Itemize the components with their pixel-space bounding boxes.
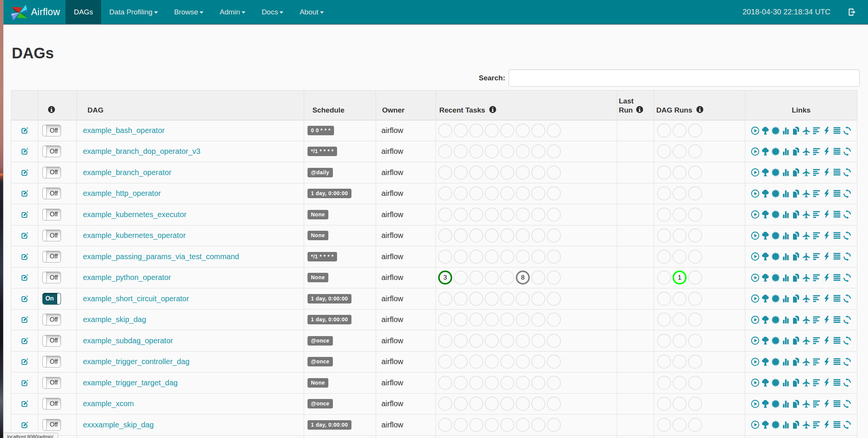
task-tries-icon[interactable]	[792, 189, 801, 198]
code-view-icon[interactable]	[822, 336, 831, 345]
trigger-dag-icon[interactable]	[751, 252, 760, 261]
task-state-circle[interactable]	[454, 124, 468, 138]
dag-link[interactable]: example_trigger_target_dag	[83, 379, 178, 387]
task-state-circle[interactable]	[516, 397, 530, 411]
edit-dag-icon[interactable]	[21, 316, 29, 324]
header-dag-runs[interactable]: DAG Runs	[654, 91, 745, 120]
task-state-circle[interactable]	[500, 292, 514, 306]
schedule-badge[interactable]: */1 * * * *	[308, 147, 337, 156]
refresh-icon[interactable]	[843, 231, 852, 240]
code-view-icon[interactable]	[822, 315, 831, 324]
logs-icon[interactable]	[832, 294, 841, 303]
task-state-circle[interactable]	[485, 313, 499, 327]
nav-item-about[interactable]: About	[292, 0, 332, 24]
logs-icon[interactable]	[832, 336, 841, 345]
schedule-badge[interactable]: None	[308, 378, 328, 388]
dag-run-state-circle[interactable]	[657, 166, 671, 180]
task-state-circle[interactable]	[438, 418, 452, 432]
task-state-circle[interactable]	[500, 250, 514, 264]
dag-run-state-circle[interactable]	[688, 250, 702, 264]
task-tries-icon[interactable]	[792, 294, 801, 303]
task-state-circle[interactable]	[547, 124, 561, 138]
task-state-circle[interactable]	[454, 418, 468, 432]
graph-view-icon[interactable]	[771, 126, 780, 135]
task-state-circle[interactable]	[531, 292, 545, 306]
code-view-icon[interactable]	[822, 399, 831, 408]
dag-link[interactable]: example_xcom	[83, 399, 134, 408]
gantt-icon[interactable]	[812, 273, 821, 282]
logs-icon[interactable]	[832, 231, 841, 240]
task-state-circle[interactable]	[516, 355, 530, 369]
task-tries-icon[interactable]	[792, 126, 801, 135]
task-state-circle[interactable]	[469, 313, 483, 327]
dag-link[interactable]: example_kubernetes_executor	[83, 210, 187, 219]
dag-pause-toggle[interactable]: Off	[42, 188, 61, 199]
dag-run-state-circle[interactable]	[673, 166, 687, 180]
gantt-icon[interactable]	[812, 336, 821, 345]
task-state-circle[interactable]	[485, 186, 499, 200]
schedule-badge[interactable]: @once	[308, 399, 333, 408]
task-state-circle[interactable]	[531, 228, 545, 242]
trigger-dag-icon[interactable]	[751, 378, 760, 387]
landing-times-icon[interactable]	[802, 420, 811, 429]
dag-pause-toggle[interactable]: Off	[42, 145, 61, 157]
tree-view-icon[interactable]	[761, 231, 770, 240]
dag-run-state-circle[interactable]	[688, 271, 702, 285]
gantt-icon[interactable]	[812, 420, 821, 429]
dag-run-state-circle[interactable]	[688, 313, 702, 327]
task-state-circle[interactable]	[500, 144, 514, 158]
task-state-circle[interactable]	[485, 124, 499, 138]
task-state-circle[interactable]	[438, 228, 452, 242]
dag-link[interactable]: example_python_operator	[83, 273, 171, 282]
dag-link[interactable]: example_trigger_controller_dag	[83, 357, 189, 366]
schedule-badge[interactable]: 1 day, 0:00:00	[308, 294, 351, 303]
task-state-circle[interactable]	[500, 376, 514, 390]
gantt-icon[interactable]	[812, 189, 821, 198]
trigger-dag-icon[interactable]	[751, 399, 760, 408]
code-view-icon[interactable]	[822, 126, 831, 135]
landing-times-icon[interactable]	[802, 252, 811, 261]
dag-pause-toggle[interactable]: Off	[42, 356, 61, 368]
dag-pause-toggle[interactable]: Off	[42, 251, 61, 263]
logs-icon[interactable]	[832, 315, 841, 324]
edit-dag-icon[interactable]	[21, 295, 29, 303]
task-state-circle[interactable]	[438, 124, 452, 138]
task-tries-icon[interactable]	[792, 273, 801, 282]
dag-pause-toggle[interactable]: Off	[42, 125, 61, 136]
task-state-circle[interactable]	[516, 313, 530, 327]
trigger-dag-icon[interactable]	[751, 147, 760, 156]
landing-times-icon[interactable]	[802, 147, 811, 156]
task-state-circle[interactable]	[547, 292, 561, 306]
task-state-circle[interactable]	[500, 271, 514, 285]
task-duration-icon[interactable]	[781, 399, 790, 408]
dag-run-state-circle[interactable]	[688, 376, 702, 390]
task-state-circle[interactable]	[500, 418, 514, 432]
header-owner[interactable]: Owner	[376, 91, 436, 120]
task-state-circle[interactable]	[531, 166, 545, 180]
landing-times-icon[interactable]	[802, 378, 811, 387]
task-state-circle[interactable]	[547, 376, 561, 390]
dag-pause-toggle[interactable]: Off	[42, 419, 61, 431]
dag-run-state-circle[interactable]	[657, 355, 671, 369]
nav-item-docs[interactable]: Docs	[253, 0, 291, 24]
dag-run-state-circle[interactable]	[688, 124, 702, 138]
refresh-icon[interactable]	[843, 189, 852, 198]
graph-view-icon[interactable]	[771, 399, 780, 408]
task-state-circle[interactable]	[485, 292, 499, 306]
landing-times-icon[interactable]	[802, 315, 811, 324]
task-state-circle[interactable]	[531, 313, 545, 327]
task-tries-icon[interactable]	[792, 357, 801, 366]
task-duration-icon[interactable]	[781, 189, 790, 198]
dag-run-state-circle[interactable]	[657, 186, 671, 200]
trigger-dag-icon[interactable]	[751, 126, 760, 135]
task-state-circle[interactable]	[454, 166, 468, 180]
task-duration-icon[interactable]	[781, 420, 790, 429]
refresh-icon[interactable]	[843, 210, 852, 219]
dag-pause-toggle[interactable]: Off	[42, 335, 61, 347]
code-view-icon[interactable]	[822, 231, 831, 240]
task-state-circle[interactable]	[547, 208, 561, 222]
tree-view-icon[interactable]	[761, 357, 770, 366]
schedule-badge[interactable]: 1 day, 0:00:00	[308, 315, 351, 324]
graph-view-icon[interactable]	[771, 294, 780, 303]
task-state-circle[interactable]	[438, 355, 452, 369]
